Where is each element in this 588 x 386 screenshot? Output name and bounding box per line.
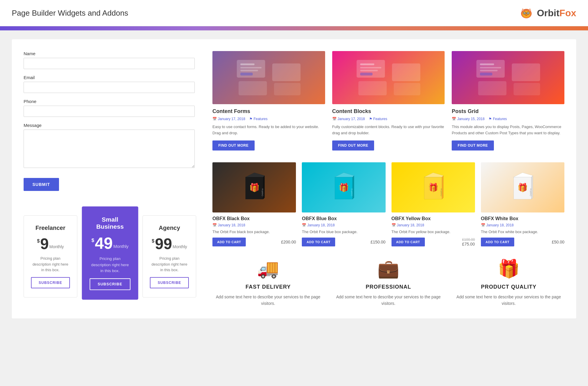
email-input[interactable] [24, 82, 195, 93]
new-price: £75.00 [462, 242, 475, 246]
post-thumbnail [212, 51, 325, 104]
feature-desc: Add some text here to describe your serv… [453, 294, 564, 307]
feature-title: FAST DELIVERY [212, 284, 324, 290]
product-card: 🎁 OrbitFox OBFX White Box 📅 January 18, … [481, 162, 564, 246]
post-card: Content Blocks 📅 January 17, 2018 ⚑ Feat… [332, 51, 445, 151]
svg-rect-32 [512, 63, 540, 81]
post-date: 📅 January 15, 2018 [452, 117, 484, 121]
phone-input[interactable] [24, 106, 195, 117]
product-thumbnail: 🎁 OrbitFox [392, 162, 475, 212]
svg-rect-16 [272, 63, 301, 81]
email-form-group: Email [24, 75, 195, 93]
add-to-cart-button[interactable]: ADD TO CART [481, 238, 514, 246]
product-meta: 📅 January 18, 2018 [212, 223, 296, 227]
svg-marker-49 [424, 173, 443, 177]
feature-item: 🎁 PRODUCT QUALITY Add some text here to … [453, 258, 564, 307]
right-panel: Content Forms 📅 January 17, 2018 ⚑ Featu… [212, 51, 564, 307]
add-to-cart-button[interactable]: ADD TO CART [302, 238, 335, 246]
add-to-cart-button[interactable]: ADD TO CART [212, 238, 246, 246]
message-textarea[interactable] [24, 130, 195, 168]
feature-icon: 💼 [333, 258, 444, 279]
svg-rect-35 [480, 67, 501, 68]
subscribe-button[interactable]: SUBSCRIBE [89, 278, 130, 290]
product-price: £50.00 [552, 240, 564, 244]
subscribe-button[interactable]: SUBSCRIBE [150, 277, 189, 288]
plan-desc: Pricing plan description right here in t… [150, 256, 189, 273]
feature-item: 💼 PROFESSIONAL Add some text here to des… [333, 258, 444, 307]
svg-rect-31 [478, 81, 506, 95]
pricing-card-agency: Agency $ 99 Monthly Pricing plan descrip… [143, 215, 196, 297]
product-title: OBFX Yellow Box [392, 216, 475, 221]
new-price: £150.00 [371, 240, 386, 244]
feature-icon: 🚚 [212, 258, 324, 279]
plan-name: Small Business [89, 216, 130, 230]
svg-rect-15 [239, 81, 267, 95]
svg-rect-18 [240, 63, 255, 65]
svg-rect-37 [480, 73, 492, 76]
submit-button[interactable]: SUBMIT [24, 178, 59, 191]
post-excerpt: This module allows you to display Posts,… [452, 124, 564, 136]
left-panel: Name Email Phone Message SUBMIT Freelanc… [24, 51, 195, 307]
find-out-more-button[interactable]: FIND OUT MORE [212, 140, 255, 151]
gradient-bar [0, 26, 588, 30]
name-input[interactable] [24, 58, 195, 69]
product-actions: ADD TO CART £50.00 [481, 238, 564, 246]
plan-name: Agency [150, 225, 189, 231]
svg-text:🎁: 🎁 [249, 183, 259, 192]
new-price: £50.00 [552, 240, 564, 244]
plan-desc: Pricing plan description right here in t… [31, 256, 70, 273]
svg-marker-54 [514, 173, 533, 177]
header: Page Builder Widgets and Addons OrbitFox [0, 0, 588, 26]
feature-desc: Add some text here to describe your serv… [212, 294, 324, 307]
logo-text: OrbitFox [537, 8, 576, 19]
price-period: Monthly [49, 244, 64, 249]
product-thumbnail: 🎁 OrbitFox [302, 162, 385, 212]
post-thumbnail [452, 51, 564, 104]
features-section: 🚚 FAST DELIVERY Add some text here to de… [212, 258, 564, 307]
price-dollar: $ [91, 238, 94, 243]
svg-point-4 [524, 13, 525, 14]
svg-rect-27 [360, 67, 381, 68]
post-meta: 📅 January 17, 2018 ⚑ Features [332, 117, 445, 121]
product-desc: The Orbit Fox black box package. [212, 230, 296, 234]
product-actions: ADD TO CART £150.00 [302, 238, 385, 246]
product-thumbnail: 🎁 OrbitFox [481, 162, 564, 212]
feature-desc: Add some text here to describe your serv… [333, 294, 444, 307]
post-meta: 📅 January 17, 2018 ⚑ Features [212, 117, 325, 121]
svg-rect-34 [480, 63, 494, 65]
feature-item: 🚚 FAST DELIVERY Add some text here to de… [212, 258, 324, 307]
add-to-cart-button[interactable]: ADD TO CART [392, 238, 425, 246]
post-category: ⚑ Features [489, 117, 507, 121]
product-title: OBFX White Box [481, 216, 564, 221]
post-date: 📅 January 17, 2018 [212, 117, 245, 121]
post-date: 📅 January 17, 2018 [332, 117, 365, 121]
svg-rect-19 [240, 67, 262, 68]
find-out-more-button[interactable]: FIND OUT MORE [332, 140, 374, 151]
product-title: OBFX Black Box [212, 216, 296, 221]
email-label: Email [24, 75, 195, 80]
product-meta: 📅 January 18, 2018 [302, 223, 385, 227]
product-price: £100.00 £75.00 [462, 238, 475, 246]
svg-point-9 [525, 14, 528, 16]
post-title: Content Forms [212, 108, 325, 115]
svg-rect-25 [394, 83, 420, 95]
plan-name: Freelancer [31, 225, 70, 231]
logo-fox: Fox [559, 8, 576, 18]
price-period: Monthly [173, 244, 187, 249]
svg-marker-44 [335, 173, 354, 177]
orbitfox-logo-icon [519, 5, 534, 21]
message-form-group: Message [24, 123, 195, 169]
name-form-group: Name [24, 51, 195, 69]
message-label: Message [24, 123, 195, 128]
svg-text:OrbitFox: OrbitFox [351, 188, 353, 196]
find-out-more-button[interactable]: FIND OUT MORE [452, 140, 494, 151]
svg-text:🎁: 🎁 [338, 183, 349, 192]
plan-desc: Pricing plan description right here in t… [89, 256, 130, 274]
name-label: Name [24, 51, 195, 56]
feature-title: PRODUCT QUALITY [453, 284, 564, 290]
feature-title: PROFESSIONAL [333, 284, 444, 290]
svg-rect-21 [240, 73, 253, 76]
product-card: 🎁 OrbitFox OBFX Black Box 📅 January 18, … [212, 162, 296, 246]
subscribe-button[interactable]: SUBSCRIBE [31, 277, 70, 288]
svg-rect-23 [358, 81, 386, 95]
